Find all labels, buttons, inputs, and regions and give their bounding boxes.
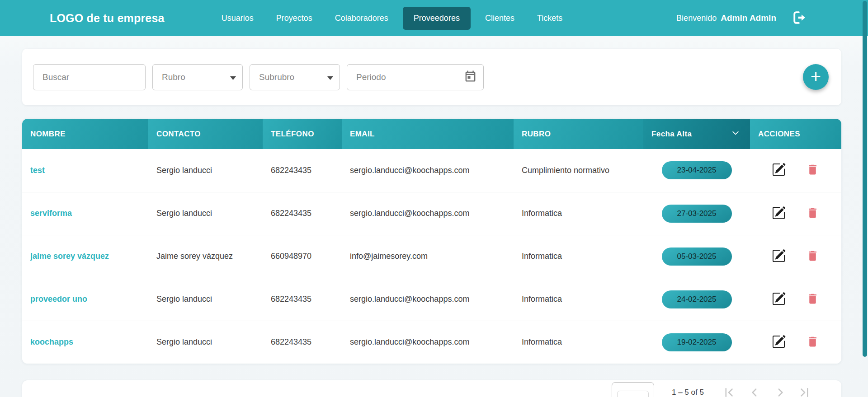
- pagination-range-label: 1 – 5 of 5: [672, 388, 704, 397]
- table-row: serviforma Sergio landucci 682243435 ser…: [22, 192, 841, 235]
- pagination-bar: 1 – 5 of 5: [22, 380, 841, 397]
- page-size-select-value: [617, 391, 649, 397]
- phone-cell: 660948970: [263, 235, 342, 278]
- nav-tab-proyectos[interactable]: Proyectos: [268, 7, 321, 30]
- contact-cell: Sergio landucci: [148, 321, 263, 364]
- fecha-alta-cell: 23-04-2025: [643, 149, 750, 192]
- phone-cell: 682243435: [263, 321, 342, 364]
- logout-button[interactable]: [792, 10, 807, 27]
- actions-cell: [750, 321, 841, 364]
- rubro-select[interactable]: Rubro: [152, 64, 243, 90]
- trash-icon: [806, 171, 819, 177]
- subrubro-select[interactable]: Subrubro: [250, 64, 340, 90]
- email-cell: sergio.landucci@koochapps.com: [342, 321, 514, 364]
- actions-cell: [750, 149, 841, 192]
- table-header-row: NOMBRE CONTACTO TELÉFONO EMAIL RUBRO Fec…: [22, 119, 841, 149]
- calendar-icon: [464, 70, 477, 85]
- edit-button[interactable]: [772, 163, 786, 178]
- chevron-right-icon: [774, 394, 787, 397]
- periodo-label: Periodo: [356, 72, 386, 82]
- email-cell: sergio.landucci@koochapps.com: [342, 149, 514, 192]
- phone-cell: 682243435: [263, 278, 342, 321]
- caret-down-icon: [230, 72, 236, 82]
- table-row: test Sergio landucci 682243435 sergio.la…: [22, 149, 841, 192]
- previous-page-button[interactable]: [748, 386, 761, 397]
- search-field[interactable]: [33, 64, 146, 90]
- provider-name-link[interactable]: jaime sorey vázquez: [22, 235, 148, 278]
- providers-table-card: NOMBRE CONTACTO TELÉFONO EMAIL RUBRO Fec…: [22, 119, 841, 364]
- edit-button[interactable]: [772, 249, 786, 264]
- filter-bar: Rubro Subrubro Periodo +: [22, 49, 841, 105]
- column-header-nombre: NOMBRE: [22, 119, 148, 149]
- page-size-select[interactable]: [612, 382, 654, 397]
- edit-button[interactable]: [772, 206, 786, 221]
- column-header-rubro: RUBRO: [514, 119, 643, 149]
- actions-cell: [750, 235, 841, 278]
- nav-tab-colaboradores[interactable]: Colaboradores: [327, 7, 396, 30]
- fecha-alta-badge: 23-04-2025: [662, 161, 732, 179]
- actions-cell: [750, 192, 841, 235]
- fecha-alta-badge: 27-03-2025: [662, 205, 732, 223]
- vertical-scrollbar-thumb[interactable]: [863, 1, 867, 357]
- rubro-cell: Informatica: [514, 235, 643, 278]
- top-navbar: LOGO de tu empresa Usuarios Proyectos Co…: [0, 0, 868, 36]
- column-header-contacto: CONTACTO: [148, 119, 263, 149]
- periodo-datepicker[interactable]: Periodo: [347, 64, 484, 90]
- provider-name-link[interactable]: test: [22, 149, 148, 192]
- edit-pencil-icon: [772, 300, 786, 307]
- fecha-alta-cell: 19-02-2025: [643, 321, 750, 364]
- table-row: koochapps Sergio landucci 682243435 serg…: [22, 321, 841, 364]
- rubro-cell: Informatica: [514, 192, 643, 235]
- edit-pencil-icon: [772, 215, 786, 221]
- edit-pencil-icon: [772, 343, 786, 350]
- trash-icon: [806, 257, 819, 264]
- delete-button[interactable]: [806, 249, 819, 264]
- delete-button[interactable]: [806, 163, 819, 177]
- provider-name-link[interactable]: serviforma: [22, 192, 148, 235]
- nav-menu: Usuarios Proyectos Colaboradores Proveed…: [213, 7, 571, 30]
- edit-button[interactable]: [772, 335, 786, 350]
- edit-pencil-icon: [772, 257, 786, 264]
- first-page-button[interactable]: [722, 386, 736, 397]
- provider-name-link[interactable]: koochapps: [22, 321, 148, 364]
- email-cell: sergio.landucci@koochapps.com: [342, 192, 514, 235]
- nav-tab-clientes[interactable]: Clientes: [477, 7, 523, 30]
- last-page-button[interactable]: [798, 386, 811, 397]
- edit-pencil-icon: [772, 171, 786, 178]
- fecha-alta-cell: 05-03-2025: [643, 235, 750, 278]
- contact-cell: Sergio landucci: [148, 278, 263, 321]
- fecha-alta-badge: 19-02-2025: [662, 333, 732, 351]
- column-header-email: EMAIL: [342, 119, 514, 149]
- add-provider-button[interactable]: +: [803, 64, 829, 90]
- nav-tab-proveedores[interactable]: Proveedores: [403, 7, 471, 30]
- nav-tab-tickets[interactable]: Tickets: [529, 7, 571, 30]
- trash-icon: [806, 343, 819, 350]
- rubro-select-label: Rubro: [162, 72, 185, 82]
- chevron-left-icon: [748, 394, 761, 397]
- welcome-username: Admin Admin: [721, 13, 776, 23]
- column-header-acciones: ACCIONES: [750, 119, 841, 149]
- search-input[interactable]: [42, 72, 139, 82]
- provider-table-body: test Sergio landucci 682243435 sergio.la…: [22, 149, 841, 364]
- chevron-down-icon: [731, 128, 740, 140]
- fecha-alta-header-label: Fecha Alta: [651, 130, 692, 139]
- edit-button[interactable]: [772, 292, 786, 307]
- nav-tab-usuarios[interactable]: Usuarios: [213, 7, 262, 30]
- rubro-cell: Cumplimiento normativo: [514, 149, 643, 192]
- delete-button[interactable]: [806, 292, 819, 307]
- providers-table: NOMBRE CONTACTO TELÉFONO EMAIL RUBRO Fec…: [22, 119, 841, 364]
- delete-button[interactable]: [806, 335, 819, 350]
- column-header-fecha-alta[interactable]: Fecha Alta: [643, 119, 750, 149]
- contact-cell: Sergio landucci: [148, 149, 263, 192]
- rubro-cell: Informatica: [514, 321, 643, 364]
- email-cell: sergio.landucci@koochapps.com: [342, 278, 514, 321]
- provider-name-link[interactable]: proveedor uno: [22, 278, 148, 321]
- next-page-button[interactable]: [774, 386, 787, 397]
- trash-icon: [806, 300, 819, 307]
- caret-down-icon: [327, 72, 333, 82]
- company-logo: LOGO de tu empresa: [50, 12, 165, 25]
- contact-cell: Jaime sorey vázquez: [148, 235, 263, 278]
- phone-cell: 682243435: [263, 192, 342, 235]
- welcome-prefix: Bienvenido: [676, 14, 717, 23]
- delete-button[interactable]: [806, 206, 819, 221]
